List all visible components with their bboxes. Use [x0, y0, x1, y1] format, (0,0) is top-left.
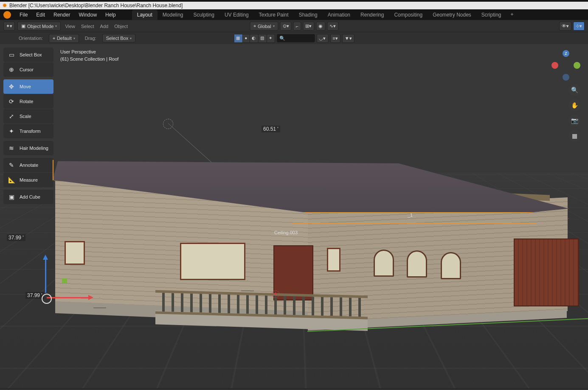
viewport-info: User Perspective (61) Scene Collection |… — [60, 48, 118, 62]
menu-help[interactable]: Help — [101, 10, 120, 20]
snap-dropdown[interactable]: ⊞▾ — [303, 22, 314, 31]
mode-selector[interactable]: ▣ Object Mode ▾ — [17, 22, 61, 31]
tool-rotate[interactable]: ⟳Rotate — [3, 94, 53, 109]
ws-tab-geometry[interactable]: Geometry Nodes — [428, 10, 476, 20]
3d-cursor[interactable] — [272, 290, 280, 299]
tool-annotate[interactable]: ✎Annotate — [3, 158, 53, 172]
xy-plane-handle[interactable] — [62, 278, 67, 283]
shade-wireframe-icon[interactable]: ▦ — [234, 34, 242, 42]
ws-tab-compositing[interactable]: Compositing — [389, 10, 428, 20]
tool-label: Hair Modeling — [20, 146, 48, 151]
proportional-dropdown[interactable]: ∿▾ — [327, 22, 338, 31]
menu-view[interactable]: View — [63, 24, 77, 29]
tool-scale[interactable]: ⤢Scale — [3, 109, 53, 123]
window-arch-1 — [374, 250, 394, 277]
nav-z-axis[interactable]: Z — [563, 50, 569, 57]
tool-panel: ▭Select Box ⊕Cursor ✥Move ⟳Rotate ⤢Scale… — [3, 48, 53, 205]
proportional-toggle[interactable]: ◉ — [316, 22, 325, 31]
filter-button[interactable]: ▼▾ — [342, 34, 354, 43]
menu-edit[interactable]: Edit — [32, 10, 49, 20]
3d-viewport[interactable]: ▭Select Box ⊕Cursor ✥Move ⟳Rotate ⤢Scale… — [0, 44, 588, 388]
ws-tab-shading[interactable]: Shading — [294, 10, 323, 20]
tool-label: Select Box — [20, 52, 42, 57]
collection-label: (61) Scene Collection | Roof — [60, 56, 118, 63]
blender-logo-icon: ✹ — [3, 3, 7, 8]
shade-solid-icon[interactable]: ● — [242, 34, 250, 42]
ws-tab-scripting[interactable]: Scripting — [476, 10, 506, 20]
tool-add-cube[interactable]: ▣Add Cube — [3, 190, 53, 204]
dim-left: 37.99 ' — [7, 234, 25, 241]
add-workspace-button[interactable]: + — [506, 10, 518, 20]
tool-transform[interactable]: ✦Transform — [3, 124, 53, 138]
tool-label: Cursor — [20, 67, 34, 72]
ws-tab-modeling[interactable]: Modeling — [158, 10, 188, 20]
ws-tab-layout[interactable]: Layout — [132, 10, 158, 20]
drag-value: Select Box — [106, 36, 129, 41]
menu-render[interactable]: Render — [49, 10, 74, 20]
visibility-dropdown[interactable]: 👁▾ — [559, 22, 571, 31]
menu-add[interactable]: Add — [98, 24, 110, 29]
shade-texture-icon[interactable]: ▨ — [258, 34, 267, 42]
drag-label: Drag: — [83, 36, 98, 41]
ws-tab-animation[interactable]: Animation — [323, 10, 355, 20]
tool-measure[interactable]: 📐Measure — [3, 173, 53, 187]
tool-select-box[interactable]: ▭Select Box — [3, 48, 53, 62]
gizmo-dropdown[interactable]: ⊹▾ — [573, 22, 585, 31]
ws-tab-texture[interactable]: Texture Paint — [254, 10, 294, 20]
x-axis-handle[interactable] — [47, 297, 92, 298]
orient-value: Global — [258, 24, 271, 29]
perspective-toggle-icon[interactable]: ▦ — [568, 130, 580, 142]
garage-door — [514, 238, 579, 306]
nav-y-axis[interactable] — [574, 62, 580, 69]
tool-hair[interactable]: ≋Hair Modeling — [3, 141, 53, 155]
file-path: [C:\Users\wicke\Desktop\Blender Ranch Ho… — [28, 3, 183, 8]
nav-neg-z[interactable] — [563, 74, 569, 81]
search-input[interactable] — [276, 34, 315, 42]
ws-tab-rendering[interactable]: Rendering — [355, 10, 389, 20]
zoom-icon[interactable]: 🔍 — [568, 84, 580, 96]
pan-icon[interactable]: ✋ — [568, 99, 580, 111]
overlay-dropdown[interactable]: ◡▾ — [316, 34, 328, 43]
move-icon: ✥ — [8, 83, 15, 90]
tool-label: Annotate — [20, 163, 38, 168]
orientation-dropdown[interactable]: ⌖ Global ▾ — [250, 22, 279, 31]
camera-view-icon[interactable]: 📷 — [568, 115, 580, 126]
xray-button[interactable]: ≡▾ — [330, 34, 340, 43]
ws-tab-sculpting[interactable]: Sculpting — [188, 10, 219, 20]
shading-modes: ▦ ● ◐ ▨ ✦ — [234, 34, 275, 43]
editor-type-button[interactable]: ✦▾ — [3, 22, 15, 31]
measure-icon: 📐 — [8, 176, 15, 184]
menu-file[interactable]: File — [15, 10, 32, 20]
menu-object[interactable]: Object — [113, 24, 129, 29]
tool-label: Move — [20, 84, 31, 89]
tool-label: Add Cube — [20, 194, 40, 199]
annotate-icon: ✎ — [8, 161, 15, 169]
tool-label: Measure — [20, 177, 38, 182]
scale-icon: ⤢ — [8, 112, 15, 120]
tool-move[interactable]: ✥Move — [3, 79, 53, 94]
gizmo-origin[interactable] — [42, 294, 52, 304]
obj-label-1: _1 — [408, 213, 413, 218]
nav-gizmo[interactable]: Z — [551, 50, 580, 79]
hair-icon: ≋ — [8, 144, 15, 152]
shade-matcap-icon[interactable]: ◐ — [250, 34, 258, 42]
porch — [155, 293, 368, 327]
tool-label: Transform — [20, 129, 41, 134]
drag-value-dropdown[interactable]: Select Box ▾ — [102, 34, 136, 42]
window-titlebar: ✹ Blender [C:\Users\wicke\Desktop\Blende… — [0, 0, 588, 9]
ws-tab-uv[interactable]: UV Editing — [219, 10, 254, 20]
orientation-value-dropdown[interactable]: ⌖ Default ▾ — [49, 34, 79, 43]
tool-cursor[interactable]: ⊕Cursor — [3, 62, 53, 77]
shade-render-icon[interactable]: ✦ — [267, 34, 274, 42]
snap-toggle[interactable]: ⌐ — [293, 22, 301, 31]
nav-x-axis[interactable] — [551, 62, 558, 69]
obj-label-ceiling: Ceiling.003 — [274, 230, 298, 235]
z-axis-handle[interactable] — [45, 256, 46, 293]
window-small — [65, 241, 85, 265]
viewport-header: ✦▾ ▣ Object Mode ▾ View Select Add Objec… — [0, 20, 588, 32]
house-model[interactable] — [53, 158, 569, 336]
menu-window[interactable]: Window — [74, 10, 101, 20]
pivot-dropdown[interactable]: ⊙▾ — [280, 22, 292, 31]
node-editor-header: ◉▾ ▣ Object ▾ View Select Add Node ✓Use … — [0, 388, 588, 390]
menu-select[interactable]: Select — [79, 24, 96, 29]
